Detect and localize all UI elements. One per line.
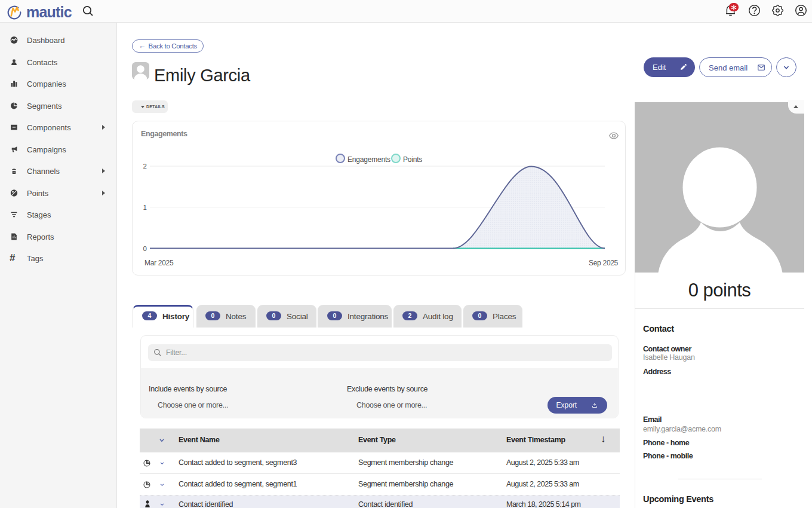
svg-text:Mar 2025: Mar 2025 [144,259,174,267]
svg-text:2: 2 [143,163,147,170]
svg-text:0: 0 [143,245,147,252]
svg-text:Sep 2025: Sep 2025 [589,259,619,267]
svg-text:1: 1 [143,204,147,211]
